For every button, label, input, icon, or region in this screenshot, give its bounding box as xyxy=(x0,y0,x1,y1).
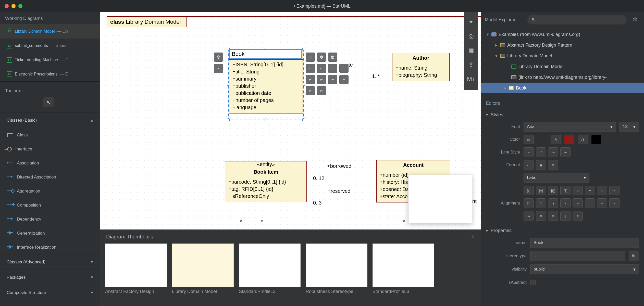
quick-edit-name-input[interactable]: Book xyxy=(229,49,302,59)
distribute-option[interactable]: ∥ xyxy=(560,211,571,221)
quick-link-button[interactable]: ⌐ xyxy=(317,86,326,95)
uml-class-book[interactable]: Book +ISBN: String[0..1] {id}+title: Str… xyxy=(229,50,303,113)
quick-link-button[interactable]: ⌐ xyxy=(306,86,315,95)
properties-section[interactable]: ▾Properties xyxy=(481,225,644,236)
prop-name-input[interactable]: Book xyxy=(530,238,639,248)
distribute-option[interactable]: ≡ xyxy=(573,211,583,221)
prop-visibility-select[interactable]: public▾ xyxy=(530,264,639,274)
close-thumbnails-button[interactable]: × xyxy=(471,233,475,240)
quick-settings-button[interactable]: ✲ xyxy=(317,53,326,62)
thumbnail-card[interactable]: Abstract Factory Design xyxy=(105,244,167,303)
linestyle-option[interactable]: ↗ xyxy=(536,147,546,157)
tool-interface[interactable]: Interface xyxy=(0,142,100,156)
diagram-canvas[interactable]: class Library Domain Model xyxy=(100,12,481,230)
settings-button[interactable]: ✲ xyxy=(630,15,640,24)
distribute-option[interactable]: ⇔ xyxy=(524,211,534,221)
selection-tool[interactable]: ↖ xyxy=(43,97,54,107)
prop-stereo-input[interactable]: — xyxy=(530,251,625,261)
markdown-icon[interactable]: M↓ xyxy=(464,72,478,86)
quick-more-button[interactable]: ⋯ xyxy=(214,64,223,73)
toolbox-section-classes-basic[interactable]: Classes (Basic)▴ xyxy=(0,112,100,128)
display-option[interactable]: [≡] xyxy=(536,186,546,195)
tool-aggregation[interactable]: Aggregation xyxy=(0,184,100,198)
quick-link-button[interactable]: ⌐ xyxy=(339,64,349,73)
working-diagram-item[interactable]: submit_comments — Submi xyxy=(0,39,100,53)
toolbox-section-classes-advanced[interactable]: Classes (Advanced)▾ xyxy=(0,254,100,270)
distribute-option[interactable]: ⇕ xyxy=(536,211,546,221)
quick-link-button[interactable]: ⌐ xyxy=(306,64,315,73)
linestyle-option[interactable]: ⤳ xyxy=(548,147,558,157)
traffic-max[interactable] xyxy=(18,4,22,8)
display-option[interactable]: [↕] xyxy=(524,186,534,195)
distribute-option[interactable]: ≡ xyxy=(548,211,558,221)
fill-none-button[interactable]: ▭ xyxy=(524,135,534,144)
display-option[interactable]: [T] xyxy=(560,186,571,195)
thumbnail-card[interactable]: StandardProfileL3 xyxy=(373,244,434,303)
align-option[interactable]: ⫠ xyxy=(585,198,595,208)
display-option[interactable]: ✲ xyxy=(585,186,595,195)
styles-section[interactable]: ▾Styles xyxy=(481,109,644,120)
font-size-input[interactable]: 13▾ xyxy=(620,122,639,132)
tool-directed-association[interactable]: Directed Association xyxy=(0,170,100,184)
format-option[interactable]: ≡ xyxy=(548,160,558,170)
tree-item-selected[interactable]: ▸Book xyxy=(481,83,644,93)
quick-link-button[interactable]: ⌐ xyxy=(328,75,337,84)
tool-composition[interactable]: Composition xyxy=(0,198,100,212)
display-option[interactable]: ⤢ xyxy=(609,186,620,195)
quick-link-button[interactable]: ⌐ xyxy=(328,64,337,73)
prop-abstract-checkbox[interactable] xyxy=(530,280,536,285)
tool-generalization[interactable]: Generalization xyxy=(0,226,100,240)
tool-association[interactable]: Association xyxy=(0,156,100,170)
tool-interface-realization[interactable]: Interface Realization xyxy=(0,240,100,254)
extension-icon[interactable]: ✦ xyxy=(464,15,478,29)
working-diagram-item[interactable]: Electronic Prescriptions — E xyxy=(0,67,100,81)
display-option[interactable]: ⤡ xyxy=(597,186,607,195)
uml-class-author[interactable]: Author +name: String+biography: String xyxy=(392,53,450,81)
display-option[interactable]: [{}] xyxy=(548,186,558,195)
quick-link-button[interactable]: ⌐ xyxy=(317,64,326,73)
line-swatch[interactable] xyxy=(564,135,574,144)
quick-visibility-button[interactable]: ⚲ xyxy=(214,53,223,62)
tree-item[interactable]: Library Domain Model xyxy=(481,61,644,72)
minimap[interactable] xyxy=(408,175,472,223)
search-input[interactable]: 🔍 xyxy=(527,15,627,24)
format-option[interactable]: ▭ xyxy=(524,160,534,170)
search-stereo-button[interactable]: 🔍 xyxy=(629,251,639,261)
tree-item[interactable]: (link to http://www.uml-diagrams.org/lib… xyxy=(481,72,644,83)
quick-link-button[interactable]: ⌐ xyxy=(306,75,315,84)
tool-dependency[interactable]: Dependency xyxy=(0,212,100,226)
tool-class[interactable]: Class xyxy=(0,128,100,142)
align-option[interactable]: ⫟ xyxy=(573,198,583,208)
linestyle-option[interactable]: ∿ xyxy=(560,147,571,157)
align-option[interactable]: ⬚ xyxy=(536,198,546,208)
traffic-min[interactable] xyxy=(11,4,16,8)
thumbnail-card[interactable]: Robustness Stereotype xyxy=(306,244,367,303)
font-select[interactable]: Arial▾ xyxy=(524,122,616,132)
quick-delete-button[interactable]: 🗑 xyxy=(328,53,337,62)
align-option[interactable]: ⫠ xyxy=(609,198,620,208)
label-style-select[interactable]: Label▾ xyxy=(524,173,589,183)
thumbnail-card[interactable]: Library Domain Model xyxy=(172,244,234,303)
traffic-close[interactable] xyxy=(5,4,9,8)
fill-swatch[interactable] xyxy=(537,135,547,144)
align-option[interactable]: ⫠ xyxy=(560,198,571,208)
align-option[interactable]: ⫞ xyxy=(548,198,558,208)
edit-line-color-button[interactable]: ✎ xyxy=(551,135,561,144)
uml-class-bookitem[interactable]: «entity» Book Item +barcode: String[0..1… xyxy=(225,161,307,202)
thumbnail-card[interactable]: StandardProfileL2 xyxy=(239,244,301,303)
share-icon[interactable]: ⇪ xyxy=(464,58,478,72)
grid-icon[interactable]: ▦ xyxy=(464,43,478,58)
tree-item[interactable]: ▾Examples (from www.uml-diagrams.org) xyxy=(481,29,644,40)
quick-tool-button[interactable]: ◇ xyxy=(306,53,315,62)
align-option[interactable]: ⫟ xyxy=(597,198,607,208)
quick-link-button[interactable]: ⌐ xyxy=(339,75,349,84)
toolbox-section-composite[interactable]: Composite Structure▾ xyxy=(0,285,100,300)
format-option[interactable]: ▣ xyxy=(536,160,546,170)
linestyle-option[interactable]: ⌐ xyxy=(524,147,534,157)
target-icon[interactable]: ◎ xyxy=(464,29,478,43)
display-option[interactable]: ⤢ xyxy=(573,186,583,195)
quick-link-button[interactable]: ⌐ xyxy=(317,75,326,84)
working-diagram-item[interactable]: Library Domain Model — Lib xyxy=(0,24,100,39)
tree-item[interactable]: ▸Abstract Factory Design Pattern xyxy=(481,40,644,50)
text-color-button[interactable]: A xyxy=(578,135,588,144)
